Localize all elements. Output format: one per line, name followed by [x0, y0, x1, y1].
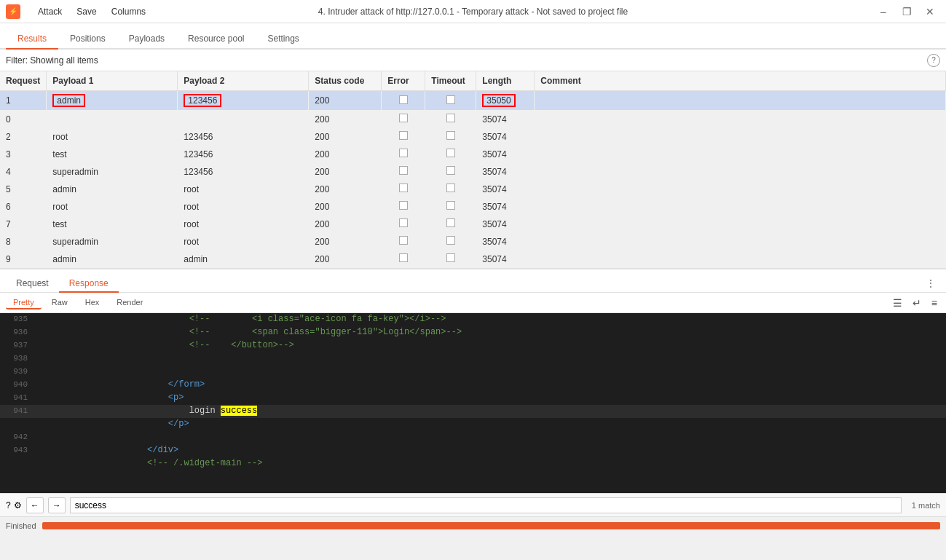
cell-comment: [535, 128, 946, 146]
cell-status: 200: [309, 111, 382, 128]
tab-resource-pool[interactable]: Resource pool: [176, 29, 256, 50]
table-row[interactable]: 4superadmin12345620035074: [0, 163, 946, 181]
cell-error: [382, 146, 425, 163]
cell-request: 5: [0, 181, 47, 198]
statusbar: Finished: [0, 516, 946, 534]
cell-status: 200: [309, 181, 382, 198]
cell-payload2: [178, 111, 309, 128]
cell-length: 35050: [476, 91, 535, 111]
header-length[interactable]: Length: [476, 71, 535, 91]
cell-comment: [535, 251, 946, 268]
tab-response[interactable]: Response: [59, 275, 119, 293]
cell-timeout: [425, 146, 476, 163]
close-button[interactable]: ✕: [920, 4, 940, 19]
view-tab-render[interactable]: Render: [109, 296, 150, 309]
tab-positions[interactable]: Positions: [58, 29, 117, 50]
cell-timeout: [425, 233, 476, 251]
cell-error: [382, 128, 425, 146]
search-next-button[interactable]: →: [48, 497, 66, 513]
header-timeout[interactable]: Timeout: [425, 71, 476, 91]
code-line: 937 <!-- </button>-->: [0, 339, 946, 352]
search-input[interactable]: [70, 497, 902, 513]
cell-payload1: admin: [47, 91, 178, 111]
search-bar-icons: ? ⚙: [6, 500, 22, 510]
cell-status: 200: [309, 233, 382, 251]
table-row[interactable]: 5adminroot20035074: [0, 181, 946, 198]
cell-payload2: root: [178, 233, 309, 251]
cell-status: 200: [309, 163, 382, 181]
line-number: 941: [0, 393, 36, 404]
line-content: <!-- </button>-->: [36, 340, 946, 352]
header-comment[interactable]: Comment: [535, 71, 946, 91]
window-controls: – ❐ ✕: [873, 4, 940, 19]
code-line: 941 <p>: [0, 392, 946, 405]
table-row[interactable]: 1admin12345620035050: [0, 91, 946, 111]
tab-payloads[interactable]: Payloads: [117, 29, 176, 50]
cell-request: 6: [0, 198, 47, 216]
cell-payload1: admin: [47, 181, 178, 198]
indent-icon[interactable]: ≡: [929, 296, 940, 310]
table-row[interactable]: 8superadminroot20035074: [0, 233, 946, 251]
cell-timeout: [425, 163, 476, 181]
cell-error: [382, 251, 425, 268]
restore-button[interactable]: ❐: [896, 4, 917, 19]
cell-length: 35074: [476, 251, 535, 268]
search-settings-icon[interactable]: ⚙: [14, 500, 22, 510]
header-error[interactable]: Error: [382, 71, 425, 91]
results-table-container[interactable]: Request Payload 1 Payload 2 Status code …: [0, 71, 946, 268]
search-prev-button[interactable]: ←: [26, 497, 44, 513]
menu-save[interactable]: Save: [71, 5, 102, 18]
titlebar-left: ⚡ Attack Save Columns: [6, 4, 151, 19]
code-viewer[interactable]: 935 <!-- <i class="ace-icon fa fa-key"><…: [0, 313, 946, 493]
tab-settings[interactable]: Settings: [256, 29, 310, 50]
cell-length: 35074: [476, 146, 535, 163]
line-content: login success: [36, 406, 946, 417]
code-line: 938: [0, 352, 946, 366]
cell-request: 3: [0, 146, 47, 163]
table-row[interactable]: 020035074: [0, 111, 946, 128]
filter-text[interactable]: Filter: Showing all items: [6, 55, 98, 66]
more-options-icon[interactable]: ⋮: [921, 275, 940, 292]
minimize-button[interactable]: –: [873, 4, 894, 19]
tab-request[interactable]: Request: [6, 275, 59, 293]
titlebar: ⚡ Attack Save Columns 4. Intruder attack…: [0, 0, 946, 23]
tab-results[interactable]: Results: [6, 29, 58, 50]
word-wrap-icon[interactable]: ↵: [910, 296, 924, 310]
line-content: <!-- <i class="ace-icon fa fa-key"></i>-…: [36, 314, 946, 326]
header-payload1[interactable]: Payload 1: [47, 71, 178, 91]
header-status-code[interactable]: Status code: [309, 71, 382, 91]
cell-timeout: [425, 181, 476, 198]
code-line: 936 <!-- <span class="bigger-110">Login<…: [0, 326, 946, 339]
cell-timeout: [425, 251, 476, 268]
table-row[interactable]: 2root12345620035074: [0, 128, 946, 146]
cell-length: 35074: [476, 233, 535, 251]
cell-payload1: test: [47, 216, 178, 233]
header-payload2[interactable]: Payload 2: [178, 71, 309, 91]
view-tab-raw[interactable]: Raw: [44, 296, 75, 309]
help-icon[interactable]: ?: [927, 54, 940, 67]
cell-error: [382, 111, 425, 128]
view-tab-pretty[interactable]: Pretty: [6, 296, 42, 309]
cell-payload1: root: [47, 128, 178, 146]
cell-error: [382, 181, 425, 198]
line-number: 941: [0, 406, 36, 417]
header-request[interactable]: Request: [0, 71, 47, 91]
code-line: 942: [0, 431, 946, 444]
table-row[interactable]: 7testroot20035074: [0, 216, 946, 233]
code-line: 943 </div>: [0, 444, 946, 457]
list-icon[interactable]: ☰: [890, 296, 905, 310]
table-row[interactable]: 6rootroot20035074: [0, 198, 946, 216]
table-row[interactable]: 3test12345620035074: [0, 146, 946, 163]
table-header-row: Request Payload 1 Payload 2 Status code …: [0, 71, 946, 91]
cell-comment: [535, 216, 946, 233]
cell-error: [382, 216, 425, 233]
line-content: <!-- <span class="bigger-110">Login</spa…: [36, 327, 946, 339]
status-progress-fill: [42, 522, 940, 529]
table-row[interactable]: 9adminadmin20035074: [0, 251, 946, 268]
view-tab-hex[interactable]: Hex: [78, 296, 107, 309]
menu-columns[interactable]: Columns: [106, 5, 151, 18]
search-help-icon[interactable]: ?: [6, 500, 11, 510]
cell-request: 8: [0, 233, 47, 251]
cell-request: 1: [0, 91, 47, 111]
menu-attack[interactable]: Attack: [32, 5, 68, 18]
